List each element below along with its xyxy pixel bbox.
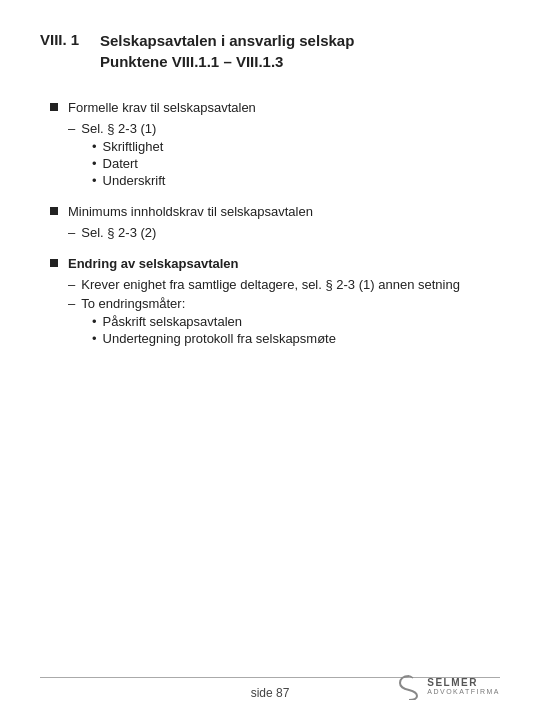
dash-item: – To endringsmåter: <box>68 296 500 311</box>
bullet-item: • Påskrift selskapsavtalen <box>92 314 500 329</box>
section-title-row: Minimums innholdskrav til selskapsavtale… <box>50 204 500 219</box>
section-formelle: Formelle krav til selskapsavtalen – Sel.… <box>50 100 500 188</box>
page-header: VIII. 1 Selskapsavtalen i ansvarlig sels… <box>40 30 500 72</box>
section-title-row: Formelle krav til selskapsavtalen <box>50 100 500 115</box>
bullet-text: Påskrift selskapsavtalen <box>103 314 242 329</box>
subsection: – Krever enighet fra samtlige deltagere,… <box>50 277 500 346</box>
logo-svg <box>395 672 423 700</box>
logo-subtext: ADVOKATFIRMA <box>427 688 500 695</box>
dash-item: – Krever enighet fra samtlige deltagere,… <box>68 277 500 292</box>
logo: Selmer ADVOKATFIRMA <box>395 672 500 700</box>
bullet-list: • Påskrift selskapsavtalen • Undertegnin… <box>68 314 500 346</box>
dash-item: – Sel. § 2-3 (2) <box>68 225 500 240</box>
bullet-text: Underskrift <box>103 173 166 188</box>
logo-text-block: Selmer ADVOKATFIRMA <box>427 677 500 695</box>
bullet-dot-icon: • <box>92 314 97 329</box>
dash-text: Sel. § 2-3 (1) <box>81 121 156 136</box>
bullet-item: • Undertegning protokoll fra selskapsmøt… <box>92 331 500 346</box>
bullet-icon <box>50 207 58 215</box>
main-content: Formelle krav til selskapsavtalen – Sel.… <box>40 100 500 346</box>
bullet-item: • Skriftlighet <box>92 139 500 154</box>
dash-text: Sel. § 2-3 (2) <box>81 225 156 240</box>
bullet-icon <box>50 259 58 267</box>
section-label: Formelle krav til selskapsavtalen <box>68 100 256 115</box>
dash-icon: – <box>68 121 75 136</box>
bullet-icon <box>50 103 58 111</box>
dash-icon: – <box>68 225 75 240</box>
bullet-dot-icon: • <box>92 156 97 171</box>
bullet-dot-icon: • <box>92 139 97 154</box>
title-line1: Selskapsavtalen i ansvarlig selskap <box>100 32 354 49</box>
logo-symbol <box>395 672 423 700</box>
section-minimums: Minimums innholdskrav til selskapsavtale… <box>50 204 500 240</box>
bullet-item: • Datert <box>92 156 500 171</box>
bullet-item: • Underskrift <box>92 173 500 188</box>
dash-icon: – <box>68 277 75 292</box>
bullet-text: Datert <box>103 156 138 171</box>
bullet-dot-icon: • <box>92 173 97 188</box>
section-number: VIII. 1 <box>40 31 100 48</box>
page: VIII. 1 Selskapsavtalen i ansvarlig sels… <box>0 0 540 720</box>
bullet-dot-icon: • <box>92 331 97 346</box>
dash-item: – Sel. § 2-3 (1) <box>68 121 500 136</box>
section-title-row: Endring av selskapsavtalen <box>50 256 500 271</box>
dash-icon: – <box>68 296 75 311</box>
section-label: Endring av selskapsavtalen <box>68 256 239 271</box>
subsection: – Sel. § 2-3 (2) <box>50 225 500 240</box>
page-footer: side 87 Selmer ADVOKATFIRMA <box>40 677 500 700</box>
dash-text: Krever enighet fra samtlige deltagere, s… <box>81 277 460 292</box>
dash-text: To endringsmåter: <box>81 296 185 311</box>
logo-name: Selmer <box>427 677 500 688</box>
section-title: Selskapsavtalen i ansvarlig selskap Punk… <box>100 30 354 72</box>
title-line2: Punktene VIII.1.1 – VIII.1.3 <box>100 53 283 70</box>
bullet-text: Undertegning protokoll fra selskapsmøte <box>103 331 336 346</box>
subsection: – Sel. § 2-3 (1) • Skriftlighet • Datert… <box>50 121 500 188</box>
bullet-text: Skriftlighet <box>103 139 164 154</box>
bullet-list: • Skriftlighet • Datert • Underskrift <box>68 139 500 188</box>
section-label: Minimums innholdskrav til selskapsavtale… <box>68 204 313 219</box>
section-endring: Endring av selskapsavtalen – Krever enig… <box>50 256 500 346</box>
